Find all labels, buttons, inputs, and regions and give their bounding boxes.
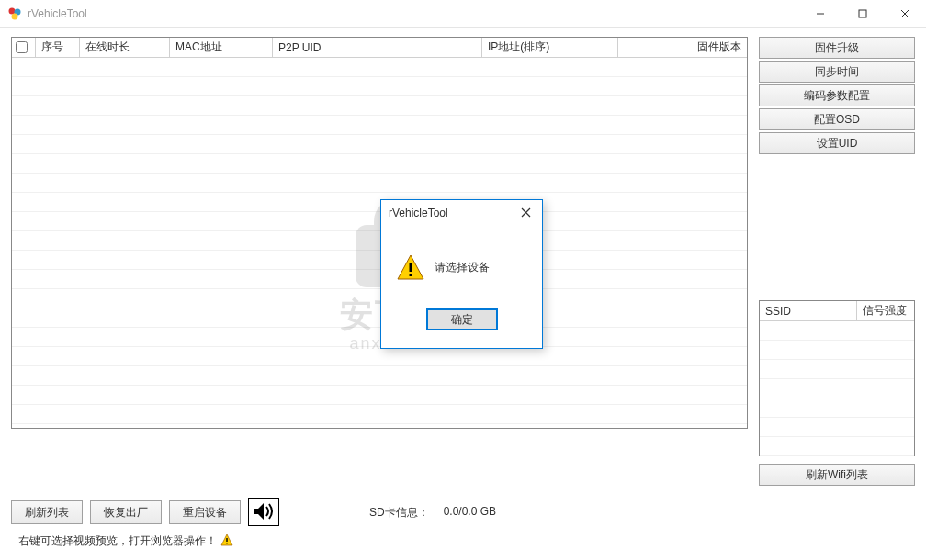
- table-row[interactable]: [12, 193, 747, 212]
- table-row[interactable]: [12, 289, 747, 308]
- window-titlebar: rVehicleTool: [0, 0, 926, 28]
- wifi-row[interactable]: [760, 360, 914, 379]
- wifi-row[interactable]: [760, 398, 914, 418]
- wifi-header-row: SSID 信号强度: [760, 301, 914, 321]
- sd-info: SD卡信息： 0.0/0.0 GB: [369, 505, 496, 521]
- wifi-row[interactable]: [760, 418, 914, 437]
- speaker-button[interactable]: [248, 498, 279, 526]
- app-icon: [7, 6, 22, 21]
- wifi-row[interactable]: [760, 341, 914, 360]
- table-row[interactable]: [12, 386, 747, 405]
- dialog-titlebar[interactable]: rVehicleTool: [381, 200, 542, 226]
- table-row[interactable]: [12, 212, 747, 231]
- sd-label: SD卡信息：: [369, 505, 429, 521]
- warning-icon: [396, 252, 425, 282]
- col-signal[interactable]: 信号强度: [857, 301, 914, 321]
- col-fw[interactable]: 固件版本: [618, 38, 747, 58]
- table-row[interactable]: [12, 308, 747, 328]
- encode-cfg-button[interactable]: 编码参数配置: [759, 84, 915, 106]
- hint-bar: 右键可选择视频预览，打开浏览器操作！: [0, 530, 926, 556]
- table-row[interactable]: [12, 231, 747, 251]
- select-all-checkbox[interactable]: [16, 41, 28, 53]
- svg-rect-15: [410, 274, 412, 276]
- table-header-row: 序号 在线时长 MAC地址 P2P UID IP地址(排序) 固件版本: [12, 38, 747, 58]
- col-ip[interactable]: IP地址(排序): [482, 38, 618, 58]
- table-row[interactable]: [12, 96, 747, 116]
- table-row[interactable]: [12, 58, 747, 77]
- warning-icon: [220, 533, 233, 549]
- col-mac[interactable]: MAC地址: [170, 38, 273, 58]
- col-ssid[interactable]: SSID: [760, 301, 857, 321]
- svg-point-2: [12, 13, 18, 19]
- speaker-icon: [252, 501, 276, 524]
- table-row[interactable]: [12, 135, 747, 154]
- refresh-wifi-button[interactable]: 刷新Wifi列表: [759, 464, 915, 486]
- refresh-list-button[interactable]: 刷新列表: [11, 500, 83, 524]
- table-row[interactable]: [12, 270, 747, 289]
- window-title: rVehicleTool: [28, 7, 799, 20]
- svg-rect-4: [859, 10, 866, 17]
- col-seq[interactable]: 序号: [36, 38, 80, 58]
- table-row[interactable]: [12, 174, 747, 193]
- table-row[interactable]: [12, 405, 747, 424]
- dialog-message: 请选择设备: [435, 260, 490, 275]
- table-row[interactable]: [12, 77, 747, 96]
- reboot-button[interactable]: 重启设备: [169, 500, 241, 524]
- svg-point-0: [9, 7, 16, 14]
- hint-text: 右键可选择视频预览，打开浏览器操作！: [18, 533, 217, 549]
- close-button[interactable]: [884, 0, 926, 28]
- svg-rect-14: [410, 263, 412, 272]
- wifi-row[interactable]: [760, 379, 914, 398]
- table-row[interactable]: [12, 366, 747, 386]
- bottom-toolbar: 刷新列表 恢复出厂 重启设备 SD卡信息： 0.0/0.0 GB: [0, 491, 926, 530]
- sync-time-button[interactable]: 同步时间: [759, 61, 915, 83]
- wifi-table[interactable]: SSID 信号强度: [759, 300, 915, 456]
- col-online[interactable]: 在线时长: [80, 38, 170, 58]
- col-p2p[interactable]: P2P UID: [273, 38, 482, 58]
- table-row[interactable]: [12, 154, 747, 174]
- dialog-close-button[interactable]: [516, 206, 535, 220]
- svg-rect-10: [226, 543, 227, 543]
- sd-value: 0.0/0.0 GB: [444, 505, 496, 521]
- table-row[interactable]: [12, 347, 747, 366]
- osd-cfg-button[interactable]: 配置OSD: [759, 108, 915, 130]
- dialog-title: rVehicleTool: [389, 207, 516, 219]
- wifi-row[interactable]: [760, 437, 914, 456]
- svg-rect-9: [226, 538, 227, 542]
- device-table[interactable]: 序号 在线时长 MAC地址 P2P UID IP地址(排序) 固件版本: [11, 37, 748, 429]
- fw-upgrade-button[interactable]: 固件升级: [759, 37, 915, 59]
- select-all-header[interactable]: [12, 38, 36, 58]
- alert-dialog: rVehicleTool 请选择设备 确定: [380, 199, 543, 349]
- wifi-row[interactable]: [760, 321, 914, 341]
- table-row[interactable]: [12, 251, 747, 270]
- table-body: [12, 58, 747, 424]
- set-uid-button[interactable]: 设置UID: [759, 132, 915, 154]
- dialog-ok-button[interactable]: 确定: [426, 308, 498, 330]
- svg-marker-7: [254, 503, 264, 520]
- maximize-button[interactable]: [841, 0, 884, 28]
- table-row[interactable]: [12, 328, 747, 347]
- table-row[interactable]: [12, 116, 747, 135]
- factory-reset-button[interactable]: 恢复出厂: [90, 500, 162, 524]
- minimize-button[interactable]: [799, 0, 841, 28]
